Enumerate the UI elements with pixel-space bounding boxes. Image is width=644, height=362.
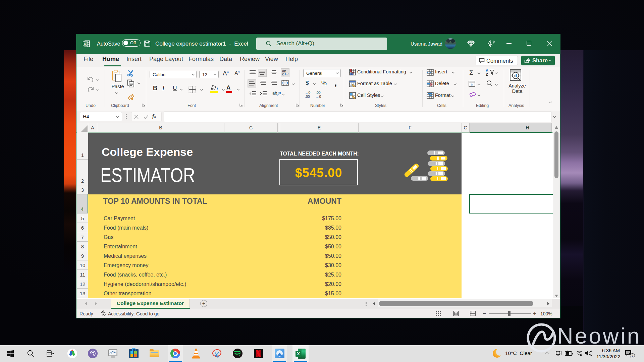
svg-text:X: X bbox=[84, 42, 86, 46]
